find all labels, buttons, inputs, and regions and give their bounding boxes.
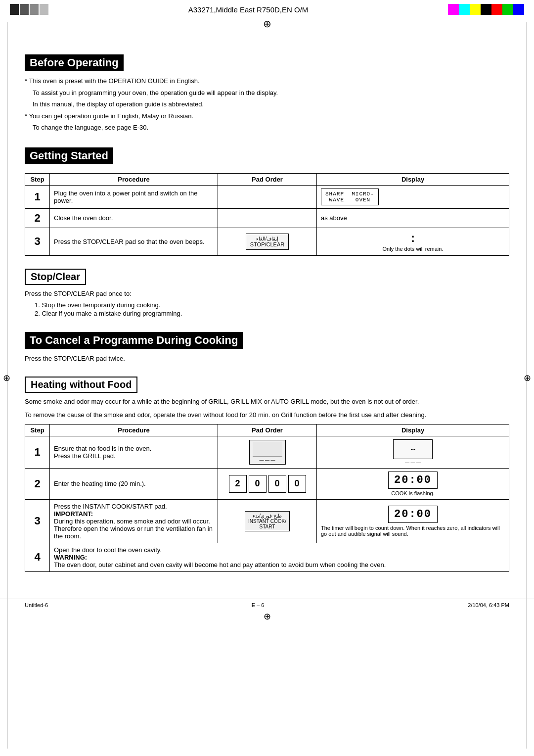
th-display: Display bbox=[317, 173, 509, 185]
hwf-s1-line1: Ensure that no food is in the oven. bbox=[54, 445, 151, 452]
step-number-3: 3 bbox=[25, 228, 50, 255]
color-magenta bbox=[448, 4, 459, 15]
table-header-row: Step Procedure Pad Order Display bbox=[25, 173, 509, 185]
hwf-step2-padorder: 2 0 0 0 bbox=[218, 468, 317, 499]
step-number-1: 1 bbox=[25, 185, 50, 208]
hwf-d1-sublabel: — — — bbox=[321, 460, 505, 465]
hwf-s3-line2: During this operation, some smoke and od… bbox=[54, 518, 213, 540]
color-bars-left bbox=[10, 4, 48, 15]
grill-pad: — — — bbox=[249, 440, 286, 465]
color-bar-4 bbox=[40, 4, 48, 15]
grill-pad-graphic bbox=[253, 442, 282, 457]
display-text-2: WAVE OVEN bbox=[325, 197, 374, 203]
pad-label-text: STOP/CLEAR bbox=[250, 241, 285, 247]
hwf-step3-display: 20:00 The timer will begin to count down… bbox=[317, 499, 509, 543]
hwf-d1-indicator: ▪▪▪ bbox=[410, 447, 415, 452]
hwf-step-4: 4 bbox=[25, 543, 50, 571]
step2-display-text: as above bbox=[321, 214, 347, 222]
step2-padorder bbox=[218, 208, 317, 228]
numkey-0c: 0 bbox=[288, 475, 306, 493]
footer-right: 2/10/04, 6:43 PM bbox=[468, 602, 509, 608]
hwf-display-3: 20:00 The timer will begin to count down… bbox=[321, 506, 505, 537]
color-blue bbox=[513, 4, 524, 15]
step2-procedure: Close the oven door. bbox=[50, 208, 218, 228]
step3-display: : Only the dots will remain. bbox=[317, 228, 509, 255]
footer-left: Untitled-6 bbox=[25, 602, 48, 608]
bullet1-line3: In this manual, the display of operation… bbox=[25, 99, 509, 109]
getting-started-section: Getting Started Step Procedure Pad Order… bbox=[25, 141, 509, 256]
bullet2-line2: To change the language, see page E-30. bbox=[25, 123, 509, 133]
color-yellow bbox=[470, 4, 481, 15]
before-operating-heading: Before Operating bbox=[25, 54, 124, 71]
hwf-step2-procedure: Enter the heating time (20 min.). bbox=[50, 468, 218, 499]
numkey-0b: 0 bbox=[268, 475, 286, 493]
table-row: 1 Plug the oven into a power point and s… bbox=[25, 185, 509, 208]
seg-display-2000b: 20:00 bbox=[388, 506, 438, 523]
cancel-programme-heading: To Cancel a Programme During Cooking bbox=[25, 332, 243, 349]
table-row: 2 Close the oven door. as above bbox=[25, 208, 509, 228]
table-row: 4 Open the door to cool the oven cavity.… bbox=[25, 543, 509, 571]
stop-clear-section: Stop/Clear Press the STOP/CLEAR pad once… bbox=[25, 264, 509, 318]
pad-arabic-text: إيقاف/الغاء bbox=[250, 236, 285, 241]
display-text-1: SHARP MICRO- bbox=[325, 191, 374, 197]
color-bar-3 bbox=[30, 4, 39, 15]
color-bars-right bbox=[448, 4, 524, 15]
numkey-2: 2 bbox=[229, 475, 247, 493]
table-row: 1 Ensure that no food is in the oven. Pr… bbox=[25, 436, 509, 468]
hwf-step3-procedure: Press the INSTANT COOK/START pad. IMPORT… bbox=[50, 499, 218, 543]
hwf-th-procedure: Procedure bbox=[50, 424, 218, 436]
hwf-step-1: 1 bbox=[25, 436, 50, 468]
bullet1-line1: * This oven is preset with the OPERATION… bbox=[25, 76, 509, 86]
hwf-para1: Some smoke and odor may occur for a whil… bbox=[25, 397, 509, 407]
color-black bbox=[481, 4, 491, 15]
hwf-th-display: Display bbox=[317, 424, 509, 436]
bullet2-line1: * You can get operation guide in English… bbox=[25, 111, 509, 121]
step1-display: SHARP MICRO- WAVE OVEN bbox=[317, 185, 509, 208]
th-step: Step bbox=[25, 173, 50, 185]
top-crosshair: ⊕ bbox=[0, 18, 534, 30]
seg-display-2000: 20:00 bbox=[388, 472, 438, 489]
hwf-step3-padorder: طبخ فوري/بدء INSTANT COOK/ START bbox=[218, 499, 317, 543]
page-header: A33271,Middle East R750D,EN O/M bbox=[0, 0, 534, 17]
step3-procedure: Press the STOP/CLEAR pad so that the ove… bbox=[50, 228, 218, 255]
hwf-s1-line2: Press the GRILL pad. bbox=[54, 452, 116, 460]
th-procedure: Procedure bbox=[50, 173, 218, 185]
list-item: 1. Stop the oven temporarily during cook… bbox=[35, 301, 509, 309]
stop-clear-heading: Stop/Clear bbox=[25, 269, 86, 285]
hwf-d3-note: The timer will begin to count down. When… bbox=[321, 525, 505, 537]
color-green bbox=[502, 4, 513, 15]
hwf-step-3: 3 bbox=[25, 499, 50, 543]
display-box-1: SHARP MICRO- WAVE OVEN bbox=[321, 189, 379, 205]
step1-procedure: Plug the oven into a power point and swi… bbox=[50, 185, 218, 208]
instant-pad-label: INSTANT COOK/ START bbox=[248, 519, 286, 529]
before-operating-text: * This oven is preset with the OPERATION… bbox=[25, 76, 509, 133]
hwf-table: Step Procedure Pad Order Display 1 Ensur… bbox=[25, 424, 509, 572]
hwf-para2: To remove the cause of the smoke and odo… bbox=[25, 410, 509, 420]
table-row: 3 Press the INSTANT COOK/START pad. IMPO… bbox=[25, 499, 509, 543]
color-bar-2 bbox=[20, 4, 29, 15]
heating-without-food-section: Heating without Food Some smoke and odor… bbox=[25, 372, 509, 572]
step-number-2: 2 bbox=[25, 208, 50, 228]
bottom-crosshair: ⊕ bbox=[0, 611, 534, 622]
color-red bbox=[491, 4, 502, 15]
hwf-s4-bold: WARNING: bbox=[54, 554, 87, 561]
hwf-step1-display: ▪▪▪ — — — bbox=[317, 436, 509, 468]
cancel-programme-section: To Cancel a Programme During Cooking Pre… bbox=[25, 325, 509, 364]
hwf-s4-line2: The oven door, outer cabinet and oven ca… bbox=[54, 561, 386, 568]
bullet1-line2: To assist you in programming your oven, … bbox=[25, 88, 509, 98]
hwf-display-2: 20:00 COOK is flashing. bbox=[321, 472, 505, 496]
step2-display: as above bbox=[317, 208, 509, 228]
main-content: Before Operating * This oven is preset w… bbox=[0, 30, 534, 594]
table-header-row: Step Procedure Pad Order Display bbox=[25, 424, 509, 436]
hwf-step2-display: 20:00 COOK is flashing. bbox=[317, 468, 509, 499]
getting-started-table: Step Procedure Pad Order Display 1 Plug … bbox=[25, 173, 509, 256]
dots-symbol: : bbox=[411, 231, 415, 244]
step1-padorder bbox=[218, 185, 317, 208]
th-padorder: Pad Order bbox=[218, 173, 317, 185]
stop-clear-pad: إيقاف/الغاء STOP/CLEAR bbox=[246, 234, 289, 250]
numkey-0a: 0 bbox=[249, 475, 267, 493]
cook-flashing-label: COOK is flashing. bbox=[321, 490, 505, 496]
instant-cook-pad: طبخ فوري/بدء INSTANT COOK/ START bbox=[245, 511, 290, 531]
hwf-th-padorder: Pad Order bbox=[218, 424, 317, 436]
stop-clear-list: 1. Stop the oven temporarily during cook… bbox=[35, 301, 509, 317]
